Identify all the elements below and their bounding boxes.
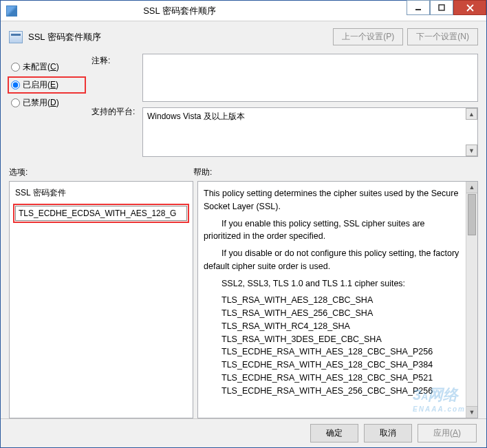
help-panel: This policy setting determines the ciphe…	[197, 181, 478, 418]
radio-enabled-input[interactable]	[11, 81, 20, 89]
radio-enabled[interactable]: 已启用(E)	[9, 78, 85, 92]
state-radios: 未配置(C) 已启用(E) 已禁用(D)	[9, 54, 85, 157]
prev-setting-label: 上一个设置(P)	[342, 32, 394, 41]
platform-scroll-down[interactable]: ▼	[466, 145, 477, 156]
radio-disabled-input[interactable]	[11, 98, 20, 107]
dialog-window: SSL 密码套件顺序 SSL 密码套件顺序 上一个设置(P) 下一个设置(N) …	[0, 0, 487, 448]
field-labels: 注释: 支持的平台:	[91, 54, 136, 157]
next-setting-label: 下一个设置(N)	[416, 32, 469, 41]
prev-setting-button[interactable]: 上一个设置(P)	[333, 28, 403, 45]
policy-title: SSL 密码套件顺序	[28, 31, 101, 43]
comment-label: 注释:	[91, 55, 136, 106]
help-cipher-item: TLS_ECDHE_RSA_WITH_AES_128_CBC_SHA_P384	[204, 359, 463, 372]
minimize-button[interactable]	[407, 0, 430, 15]
help-p1: This policy setting determines the ciphe…	[204, 187, 463, 213]
radio-disabled-label: 已禁用(D)	[23, 97, 59, 109]
next-setting-button[interactable]: 下一个设置(N)	[407, 28, 478, 45]
cancel-label: 取消	[380, 428, 396, 438]
scroll-up-icon[interactable]: ▲	[466, 182, 477, 193]
section-labels: 选项: 帮助:	[9, 167, 478, 178]
radio-disabled[interactable]: 已禁用(D)	[9, 96, 85, 110]
apply-button[interactable]: 应用(A)	[418, 424, 477, 442]
fields-col: Windows Vista 及以上版本 ▲ ▼	[142, 54, 478, 157]
header-row: SSL 密码套件顺序 上一个设置(P) 下一个设置(N)	[9, 28, 478, 45]
cipher-suites-input[interactable]	[15, 206, 187, 221]
help-cipher-item: TLS_RSA_WITH_RC4_128_SHA	[204, 320, 463, 333]
dialog-body: SSL 密码套件顺序 上一个设置(P) 下一个设置(N) 未配置(C) 已启用(…	[1, 21, 486, 418]
radio-not-configured-label: 未配置(C)	[23, 61, 59, 73]
ok-label: 确定	[326, 428, 343, 438]
policy-icon	[9, 31, 23, 43]
platform-label: 支持的平台:	[91, 106, 136, 157]
maximize-button[interactable]	[430, 0, 453, 15]
help-cipher-item: TLS_RSA_WITH_AES_256_CBC_SHA	[204, 307, 463, 320]
help-cipher-item: TLS_ECDHE_RSA_WITH_AES_128_CBC_SHA_P521	[204, 372, 463, 385]
scroll-down-icon[interactable]: ▼	[466, 406, 477, 418]
help-cipher-item: TLS_ECDHE_RSA_WITH_AES_256_CBC_SHA_P256	[204, 385, 463, 398]
help-p4: SSL2, SSL3, TLS 1.0 and TLS 1.1 cipher s…	[204, 277, 463, 290]
scroll-thumb[interactable]	[468, 194, 476, 235]
window-icon	[6, 6, 17, 17]
config-row: 未配置(C) 已启用(E) 已禁用(D) 注释: 支持的平台: Windows	[9, 54, 478, 157]
options-panel-title: SSL 密码套件	[15, 187, 187, 199]
svg-line-3	[467, 5, 473, 11]
help-content: This policy setting determines the ciphe…	[204, 187, 466, 412]
platform-scroll-up[interactable]: ▲	[466, 108, 477, 120]
platform-box: Windows Vista 及以上版本 ▲ ▼	[142, 107, 478, 157]
options-label: 选项:	[9, 167, 193, 178]
window-title: SSL 密码套件顺序	[21, 5, 407, 17]
radio-not-configured-input[interactable]	[11, 63, 20, 72]
apply-label: 应用(A)	[433, 428, 461, 438]
cancel-button[interactable]: 取消	[364, 424, 412, 442]
help-scrollbar[interactable]: ▲ ▼	[466, 182, 477, 418]
titlebar: SSL 密码套件顺序	[1, 1, 486, 21]
lower-panels: SSL 密码套件 This policy setting determines …	[9, 181, 478, 418]
options-panel: SSL 密码套件	[9, 181, 193, 418]
svg-rect-1	[439, 5, 444, 10]
help-p2: If you enable this policy setting, SSL c…	[204, 217, 463, 244]
platform-value: Windows Vista 及以上版本	[147, 111, 245, 121]
help-cipher-list: TLS_RSA_WITH_AES_128_CBC_SHATLS_RSA_WITH…	[204, 294, 463, 397]
help-cipher-item: TLS_RSA_WITH_3DES_EDE_CBC_SHA	[204, 333, 463, 346]
help-cipher-item: TLS_RSA_WITH_AES_128_CBC_SHA	[204, 294, 463, 307]
comment-textarea[interactable]	[142, 54, 478, 102]
svg-line-2	[467, 5, 473, 11]
help-p3: If you disable or do not configure this …	[204, 247, 463, 273]
footer: 确定 取消 应用(A)	[1, 418, 486, 447]
help-cipher-item: TLS_ECDHE_RSA_WITH_AES_128_CBC_SHA_P256	[204, 345, 463, 359]
radio-enabled-label: 已启用(E)	[23, 79, 58, 91]
close-button[interactable]	[453, 0, 486, 15]
help-label: 帮助:	[193, 167, 212, 178]
ok-button[interactable]: 确定	[310, 424, 358, 442]
window-controls	[407, 1, 486, 21]
radio-not-configured[interactable]: 未配置(C)	[9, 60, 85, 74]
